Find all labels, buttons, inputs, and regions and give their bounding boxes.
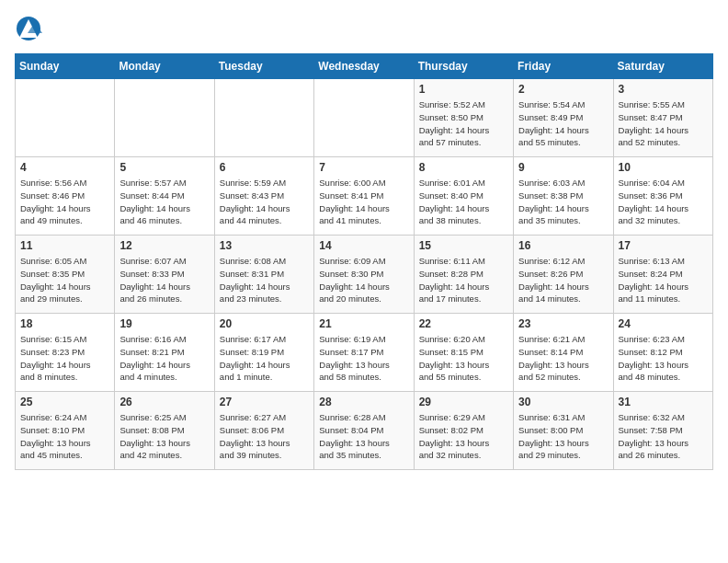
day-info: Sunrise: 5:59 AM Sunset: 8:43 PM Dayligh…	[220, 177, 309, 227]
day-number: 13	[220, 239, 309, 252]
day-info: Sunrise: 6:29 AM Sunset: 8:02 PM Dayligh…	[419, 411, 508, 462]
calendar-cell: 6Sunrise: 5:59 AM Sunset: 8:43 PM Daylig…	[214, 157, 313, 236]
day-number: 12	[119, 239, 209, 252]
day-number: 21	[319, 317, 408, 330]
day-number: 11	[20, 239, 109, 252]
calendar-header-row: SundayMondayTuesdayWednesdayThursdayFrid…	[16, 54, 713, 79]
day-info: Sunrise: 6:31 AM Sunset: 8:00 PM Dayligh…	[518, 411, 608, 462]
calendar-cell: 21Sunrise: 6:19 AM Sunset: 8:17 PM Dayli…	[314, 314, 414, 392]
calendar-cell: 3Sunrise: 5:55 AM Sunset: 8:47 PM Daylig…	[613, 79, 712, 157]
week-row-3: 11Sunrise: 6:05 AM Sunset: 8:35 PM Dayli…	[16, 236, 713, 314]
day-number: 28	[319, 396, 408, 408]
day-number: 25	[20, 396, 109, 408]
day-info: Sunrise: 6:08 AM Sunset: 8:31 PM Dayligh…	[220, 255, 309, 305]
day-info: Sunrise: 6:25 AM Sunset: 8:08 PM Dayligh…	[119, 411, 209, 462]
week-row-1: 1Sunrise: 5:52 AM Sunset: 8:50 PM Daylig…	[16, 79, 713, 157]
day-number: 18	[20, 317, 109, 330]
day-info: Sunrise: 6:07 AM Sunset: 8:33 PM Dayligh…	[119, 255, 209, 305]
calendar-cell	[314, 79, 414, 157]
day-info: Sunrise: 6:23 AM Sunset: 8:12 PM Dayligh…	[619, 333, 708, 384]
calendar-cell: 14Sunrise: 6:09 AM Sunset: 8:30 PM Dayli…	[314, 236, 414, 314]
calendar-cell: 12Sunrise: 6:07 AM Sunset: 8:33 PM Dayli…	[115, 236, 214, 314]
day-number: 22	[419, 317, 508, 330]
day-info: Sunrise: 5:57 AM Sunset: 8:44 PM Dayligh…	[119, 177, 209, 227]
calendar-table: SundayMondayTuesdayWednesdayThursdayFrid…	[15, 53, 713, 470]
day-number: 23	[518, 317, 608, 330]
header-sunday: Sunday	[16, 54, 115, 79]
calendar-cell: 13Sunrise: 6:08 AM Sunset: 8:31 PM Dayli…	[214, 236, 313, 314]
day-number: 7	[319, 161, 408, 174]
logo	[15, 15, 44, 42]
day-number: 6	[220, 161, 309, 174]
day-info: Sunrise: 6:21 AM Sunset: 8:14 PM Dayligh…	[518, 333, 608, 384]
day-info: Sunrise: 6:17 AM Sunset: 8:19 PM Dayligh…	[220, 333, 309, 384]
day-info: Sunrise: 6:09 AM Sunset: 8:30 PM Dayligh…	[319, 255, 408, 305]
header-friday: Friday	[514, 54, 613, 79]
day-info: Sunrise: 5:55 AM Sunset: 8:47 PM Dayligh…	[619, 98, 708, 149]
day-number: 29	[419, 396, 508, 408]
day-number: 26	[119, 396, 209, 408]
day-number: 3	[619, 83, 708, 96]
day-info: Sunrise: 6:03 AM Sunset: 8:38 PM Dayligh…	[518, 177, 608, 227]
week-row-5: 25Sunrise: 6:24 AM Sunset: 8:10 PM Dayli…	[16, 392, 713, 470]
day-number: 1	[419, 83, 508, 96]
calendar-cell: 15Sunrise: 6:11 AM Sunset: 8:28 PM Dayli…	[414, 236, 513, 314]
day-number: 17	[619, 239, 708, 252]
calendar-cell: 31Sunrise: 6:32 AM Sunset: 7:58 PM Dayli…	[613, 392, 712, 470]
day-number: 19	[119, 317, 209, 330]
header	[15, 15, 713, 42]
calendar-cell: 23Sunrise: 6:21 AM Sunset: 8:14 PM Dayli…	[514, 314, 613, 392]
day-number: 30	[518, 396, 608, 408]
calendar-cell: 24Sunrise: 6:23 AM Sunset: 8:12 PM Dayli…	[613, 314, 712, 392]
day-info: Sunrise: 5:56 AM Sunset: 8:46 PM Dayligh…	[20, 177, 109, 227]
header-saturday: Saturday	[613, 54, 712, 79]
day-info: Sunrise: 6:05 AM Sunset: 8:35 PM Dayligh…	[20, 255, 109, 305]
day-info: Sunrise: 6:15 AM Sunset: 8:23 PM Dayligh…	[20, 333, 109, 384]
calendar-cell: 11Sunrise: 6:05 AM Sunset: 8:35 PM Dayli…	[16, 236, 115, 314]
day-number: 16	[518, 239, 608, 252]
calendar-cell: 7Sunrise: 6:00 AM Sunset: 8:41 PM Daylig…	[314, 157, 414, 236]
calendar-cell: 16Sunrise: 6:12 AM Sunset: 8:26 PM Dayli…	[514, 236, 613, 314]
day-info: Sunrise: 6:04 AM Sunset: 8:36 PM Dayligh…	[619, 177, 708, 227]
calendar-cell: 25Sunrise: 6:24 AM Sunset: 8:10 PM Dayli…	[16, 392, 115, 470]
day-info: Sunrise: 6:27 AM Sunset: 8:06 PM Dayligh…	[220, 411, 309, 462]
calendar-cell: 28Sunrise: 6:28 AM Sunset: 8:04 PM Dayli…	[314, 392, 414, 470]
calendar-cell: 8Sunrise: 6:01 AM Sunset: 8:40 PM Daylig…	[414, 157, 513, 236]
day-number: 5	[119, 161, 209, 174]
day-number: 2	[518, 83, 608, 96]
day-number: 31	[619, 396, 708, 408]
header-thursday: Thursday	[414, 54, 513, 79]
header-monday: Monday	[115, 54, 214, 79]
header-wednesday: Wednesday	[314, 54, 414, 79]
calendar-cell: 9Sunrise: 6:03 AM Sunset: 8:38 PM Daylig…	[514, 157, 613, 236]
calendar-cell: 22Sunrise: 6:20 AM Sunset: 8:15 PM Dayli…	[414, 314, 513, 392]
header-tuesday: Tuesday	[214, 54, 313, 79]
day-number: 27	[220, 396, 309, 408]
day-number: 10	[619, 161, 708, 174]
calendar-cell: 4Sunrise: 5:56 AM Sunset: 8:46 PM Daylig…	[16, 157, 115, 236]
day-number: 24	[619, 317, 708, 330]
day-info: Sunrise: 6:32 AM Sunset: 7:58 PM Dayligh…	[619, 411, 708, 462]
day-info: Sunrise: 5:52 AM Sunset: 8:50 PM Dayligh…	[419, 98, 508, 149]
day-number: 4	[20, 161, 109, 174]
logo-icon	[15, 15, 42, 42]
day-info: Sunrise: 6:13 AM Sunset: 8:24 PM Dayligh…	[619, 255, 708, 305]
week-row-2: 4Sunrise: 5:56 AM Sunset: 8:46 PM Daylig…	[16, 157, 713, 236]
day-info: Sunrise: 6:24 AM Sunset: 8:10 PM Dayligh…	[20, 411, 109, 462]
day-number: 14	[319, 239, 408, 252]
calendar-cell: 10Sunrise: 6:04 AM Sunset: 8:36 PM Dayli…	[613, 157, 712, 236]
day-info: Sunrise: 6:12 AM Sunset: 8:26 PM Dayligh…	[518, 255, 608, 305]
calendar-cell: 17Sunrise: 6:13 AM Sunset: 8:24 PM Dayli…	[613, 236, 712, 314]
day-info: Sunrise: 6:19 AM Sunset: 8:17 PM Dayligh…	[319, 333, 408, 384]
calendar-cell: 30Sunrise: 6:31 AM Sunset: 8:00 PM Dayli…	[514, 392, 613, 470]
day-info: Sunrise: 6:01 AM Sunset: 8:40 PM Dayligh…	[419, 177, 508, 227]
calendar-cell: 5Sunrise: 5:57 AM Sunset: 8:44 PM Daylig…	[115, 157, 214, 236]
calendar-cell: 20Sunrise: 6:17 AM Sunset: 8:19 PM Dayli…	[214, 314, 313, 392]
calendar-cell: 18Sunrise: 6:15 AM Sunset: 8:23 PM Dayli…	[16, 314, 115, 392]
calendar-cell: 26Sunrise: 6:25 AM Sunset: 8:08 PM Dayli…	[115, 392, 214, 470]
calendar-cell	[16, 79, 115, 157]
day-number: 15	[419, 239, 508, 252]
calendar-cell: 29Sunrise: 6:29 AM Sunset: 8:02 PM Dayli…	[414, 392, 513, 470]
calendar-cell: 27Sunrise: 6:27 AM Sunset: 8:06 PM Dayli…	[214, 392, 313, 470]
calendar-cell: 19Sunrise: 6:16 AM Sunset: 8:21 PM Dayli…	[115, 314, 214, 392]
